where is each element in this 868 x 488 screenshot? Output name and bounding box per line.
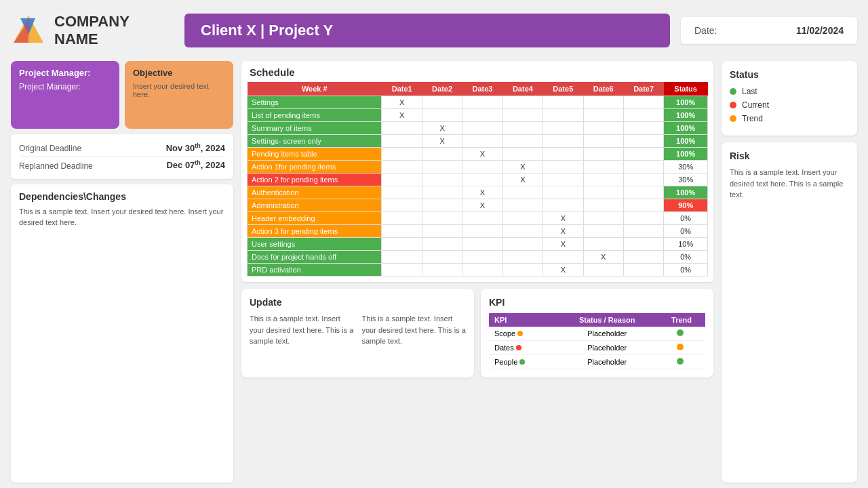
schedule-cell <box>462 135 502 148</box>
schedule-cell <box>422 251 462 264</box>
dependencies-section: Dependencies\Changes This is a sample te… <box>11 184 233 483</box>
kpi-col-trend: Trend <box>658 313 705 327</box>
schedule-title: Schedule <box>247 66 708 78</box>
schedule-cell <box>382 225 422 238</box>
schedule-cell <box>623 212 663 225</box>
schedule-cell <box>422 264 462 277</box>
legend-dot <box>730 115 736 122</box>
schedule-cell <box>502 264 542 277</box>
table-row: Summary of itemsX100% <box>248 122 708 135</box>
schedule-cell <box>382 135 422 148</box>
logo-area: COMPANY NAME <box>11 13 174 49</box>
kpi-row: Dates Placeholder <box>489 341 705 355</box>
col-status: Status <box>664 82 708 96</box>
schedule-cell <box>502 96 542 109</box>
status-cell: 100% <box>664 186 708 199</box>
kpi-col-kpi: KPI <box>489 313 556 327</box>
schedule-cell <box>462 225 502 238</box>
kpi-title: KPI <box>489 297 705 308</box>
schedule-cell <box>543 109 583 122</box>
center-panel: Schedule Week # Date1 Date2 Date3 Date4 … <box>241 61 713 483</box>
update-title: Update <box>250 297 466 308</box>
pm-label: Project Manager: <box>19 68 111 78</box>
schedule-cell <box>583 122 623 135</box>
kpi-row: Scope Placeholder <box>489 327 705 341</box>
company-logo <box>11 13 46 48</box>
schedule-cell <box>623 186 663 199</box>
date-label: Date: <box>694 25 717 36</box>
schedule-cell <box>462 161 502 174</box>
update-text2: This is a sample text. Insert your desir… <box>362 313 467 347</box>
schedule-cell <box>583 135 623 148</box>
schedule-cell <box>462 109 502 122</box>
dependencies-title: Dependencies\Changes <box>19 191 225 202</box>
schedule-cell <box>422 225 462 238</box>
kpi-header-row: KPI Status / Reason Trend <box>489 313 705 327</box>
update-content: This is a sample text. Insert your desir… <box>250 313 466 347</box>
status-cell: 30% <box>664 161 708 174</box>
schedule-cell <box>462 96 502 109</box>
table-row: Pending items tableX100% <box>248 148 708 161</box>
legend-item: Trend <box>730 114 849 123</box>
schedule-cell <box>583 96 623 109</box>
status-cell: 100% <box>664 122 708 135</box>
schedule-cell <box>382 238 422 251</box>
date-area: Date: 11/02/2024 <box>681 17 857 44</box>
schedule-cell <box>583 161 623 174</box>
status-cell: 0% <box>664 251 708 264</box>
schedule-cell <box>502 199 542 212</box>
kpi-reason: Placeholder <box>556 341 658 355</box>
kpi-table: KPI Status / Reason Trend Scope Placehol… <box>489 313 705 369</box>
schedule-table: Week # Date1 Date2 Date3 Date4 Date5 Dat… <box>247 82 708 277</box>
schedule-cell <box>583 174 623 186</box>
schedule-cell <box>583 238 623 251</box>
schedule-cell <box>623 109 663 122</box>
schedule-cell <box>462 122 502 135</box>
schedule-section: Schedule Week # Date1 Date2 Date3 Date4 … <box>241 61 713 282</box>
company-name: COMPANY NAME <box>54 13 130 49</box>
legend-item: Last <box>730 87 849 96</box>
update-text1: This is a sample text. Insert your desir… <box>250 313 354 347</box>
schedule-cell <box>623 135 663 148</box>
objective-card: Objective Insert your desired text here. <box>125 61 233 129</box>
original-deadline-row: Original Deadline Nov 30th, 2024 <box>19 140 225 157</box>
schedule-cell <box>623 225 663 238</box>
table-row: PRD activationX0% <box>248 264 708 277</box>
schedule-cell: X <box>583 251 623 264</box>
col-date7: Date7 <box>623 82 663 96</box>
schedule-cell <box>583 186 623 199</box>
status-legend-card: Status LastCurrentTrend <box>722 61 857 136</box>
kpi-label: People <box>489 355 556 369</box>
schedule-cell <box>422 109 462 122</box>
schedule-cell <box>623 174 663 186</box>
schedule-cell <box>422 148 462 161</box>
table-row: Action 1for pending itemsX30% <box>248 161 708 174</box>
schedule-cell <box>382 161 422 174</box>
status-cell: 10% <box>664 238 708 251</box>
table-row: SettingsX100% <box>248 96 708 109</box>
legend-label: Trend <box>742 114 763 123</box>
obj-value: Insert your desired text here. <box>133 82 225 98</box>
schedule-cell <box>382 199 422 212</box>
schedule-cell <box>543 186 583 199</box>
schedule-cell <box>422 161 462 174</box>
schedule-cell <box>623 161 663 174</box>
schedule-cell: X <box>543 238 583 251</box>
schedule-cell <box>422 96 462 109</box>
schedule-cell <box>543 174 583 186</box>
schedule-cell <box>583 264 623 277</box>
replanned-deadline-label: Replanned Deadline <box>19 161 166 171</box>
update-card: Update This is a sample text. Insert you… <box>241 289 474 378</box>
right-panel: Status LastCurrentTrend Risk This is a s… <box>722 61 857 483</box>
schedule-cell <box>623 264 663 277</box>
schedule-cell: X <box>462 186 502 199</box>
schedule-cell <box>422 174 462 186</box>
risk-text: This is a sample text. Insert your desir… <box>730 167 849 201</box>
schedule-cell <box>623 122 663 135</box>
table-row: Settings- screen onlyX100% <box>248 135 708 148</box>
original-deadline-value: Nov 30th, 2024 <box>166 142 225 153</box>
schedule-cell <box>543 135 583 148</box>
schedule-cell: X <box>422 135 462 148</box>
schedule-cell <box>382 122 422 135</box>
schedule-cell <box>502 238 542 251</box>
